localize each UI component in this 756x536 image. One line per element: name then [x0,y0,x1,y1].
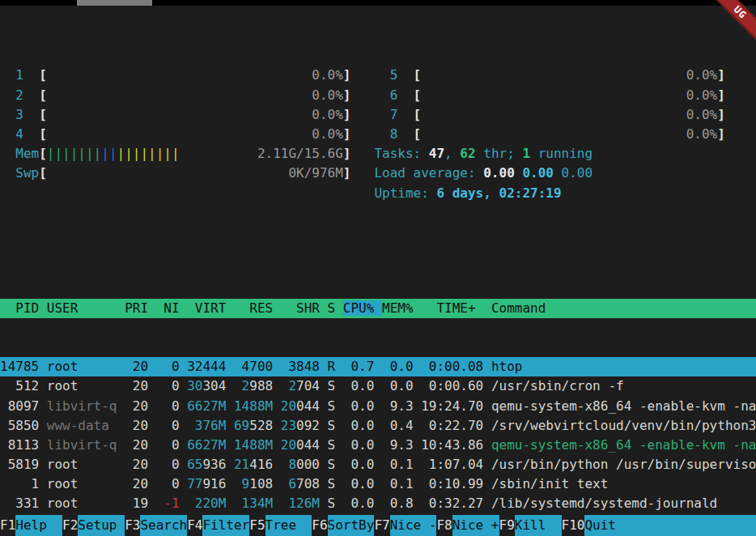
table-cell: 0.0 [382,359,421,374]
text-segment: , [444,146,460,161]
table-cell: 5819 [0,457,47,472]
bracket-open: [ [414,126,422,142]
mem-bar-green: ||||||| [47,146,101,161]
fkey-label[interactable]: Nice + [452,515,499,536]
process-row[interactable]: 5819 root 20 0 65936 21416 8000 S 0.0 0.… [0,455,756,474]
bracket-close: ] [717,107,725,122]
fkey-key[interactable]: F3 [125,515,140,536]
fkey-label[interactable]: Quit [584,515,756,536]
column-header[interactable]: VIRT [187,300,234,316]
table-cell: 0:10.99 [421,476,491,491]
table-cell: 9.3 [382,437,421,453]
table-cell: 3 [281,359,296,374]
table-cell: 20 [125,418,156,433]
process-row[interactable]: 5850 www-data 20 0 376M 69528 23092 S 0.… [0,416,756,436]
text-segment: 6 days, 02:27:19 [436,185,561,201]
fkey-key[interactable]: F10 [562,515,585,536]
table-cell: 2 [234,378,249,393]
fkey-key[interactable]: F9 [499,515,515,536]
table-cell: S [328,476,343,491]
table-cell: 10:43.86 [421,437,491,453]
table-cell: 0 [156,476,188,491]
table-cell: -1 [156,496,188,511]
fkey-key[interactable]: F6 [312,515,327,536]
table-cell: qemu-system-x86_64 -enable-kvm -na [491,437,756,453]
column-header[interactable]: MEM% [382,300,421,316]
table-cell: root [47,457,125,472]
table-cell: 20 [125,457,156,472]
column-header[interactable]: SHR [281,300,328,316]
table-cell: 21 [234,457,249,472]
meter-right-cell: 7 [0.0%] [350,105,724,125]
column-header[interactable]: NI [156,300,188,316]
column-header[interactable]: PID [0,300,47,316]
fkey-key[interactable]: F8 [436,515,452,536]
fkey-label[interactable]: Tree [265,515,312,536]
window-tab[interactable] [77,0,152,6]
fkey-label[interactable]: Search [140,515,187,536]
fkey-label[interactable]: SortBy [328,515,375,536]
process-row[interactable]: 8097 libvirt-q 20 0 6627M 1488M 20044 S … [0,397,756,416]
text-segment: 0.00 [562,165,593,181]
fkey-label[interactable]: Nice - [390,515,437,536]
meter-right-cell: Tasks: 47, 62 thr; 1 running [350,144,592,164]
column-header[interactable]: RES [234,300,281,316]
table-cell: 6627M [187,437,234,453]
column-header[interactable]: PRI [125,300,156,316]
table-cell: 6 [281,476,296,491]
table-header-row[interactable]: PID USER PRI NI VIRT RES SHR S CPU% MEM%… [0,299,756,318]
table-cell: 23 [281,418,296,433]
process-row[interactable]: 331 root 19 -1 220M 134M 126M S 0.0 0.8 … [0,494,756,513]
fkey-key[interactable]: F2 [62,515,78,536]
column-header[interactable]: S [328,300,343,316]
table-cell: 704 [296,378,328,393]
meter-value: 0.0% [312,86,343,105]
column-header[interactable]: USER [47,300,125,316]
fkey-key[interactable]: F1 [0,515,15,536]
table-cell: 0.0 [343,398,382,414]
bracket-open: [ [39,165,47,181]
meter-value: 0K/976M [288,164,342,183]
table-cell: libvirt-q [47,398,125,414]
table-cell: 0.0 [343,437,382,453]
table-cell: 8113 [0,437,47,453]
text-segment: Load average: [374,165,483,181]
bracket-close: ] [343,146,351,161]
process-row[interactable]: 8113 libvirt-q 20 0 6627M 1488M 20044 S … [0,436,756,455]
table-cell: 14785 [0,359,47,374]
table-cell: 0 [156,437,188,453]
process-row[interactable]: 14785 root 20 0 32444 4700 3848 R 0.7 0.… [0,357,756,376]
fkey-label[interactable]: Filter [202,515,249,536]
text-segment: 62 [460,146,475,161]
column-header[interactable]: CPU% [343,300,382,316]
fkey-key[interactable]: F4 [187,515,202,536]
process-row[interactable]: 1 root 20 0 77916 9108 6708 S 0.0 0.1 0:… [0,474,756,494]
fkey-label[interactable]: Setup [78,515,125,536]
table-cell: 8 [281,457,296,472]
text-segment: 1 [522,146,530,161]
table-cell: 916 [202,476,234,491]
table-cell: 0 [156,359,188,374]
fkey-key[interactable]: F7 [374,515,389,536]
table-cell: 20 [125,476,156,491]
table-cell: 700 [249,359,281,374]
table-cell: 20 [125,437,156,453]
meter-line: Swp[0K/976M] Load average: 0.00 0.00 0.0… [0,164,756,183]
meter-left-cell: Swp[0K/976M] [0,164,350,183]
fkey-label[interactable]: Help [15,515,62,536]
process-row[interactable]: 512 root 20 0 30304 2988 2704 S 0.0 0.0 … [0,376,756,396]
table-cell: 9.3 [382,398,421,414]
table-cell: /lib/systemd/systemd-journald [491,496,717,511]
table-cell: 0 [156,418,188,433]
table-cell: 2 [281,378,296,393]
table-cell: 134M [234,496,281,511]
column-header[interactable]: TIME+ [421,300,491,316]
column-header[interactable]: Command [491,300,546,316]
table-cell: 69 [234,418,249,433]
fkey-key[interactable]: F5 [249,515,265,536]
table-cell: S [328,398,343,414]
table-cell: 0.0 [343,496,382,511]
table-cell: 19 [125,496,156,511]
table-cell: 1 [0,476,47,491]
fkey-label[interactable]: Kill [515,515,562,536]
